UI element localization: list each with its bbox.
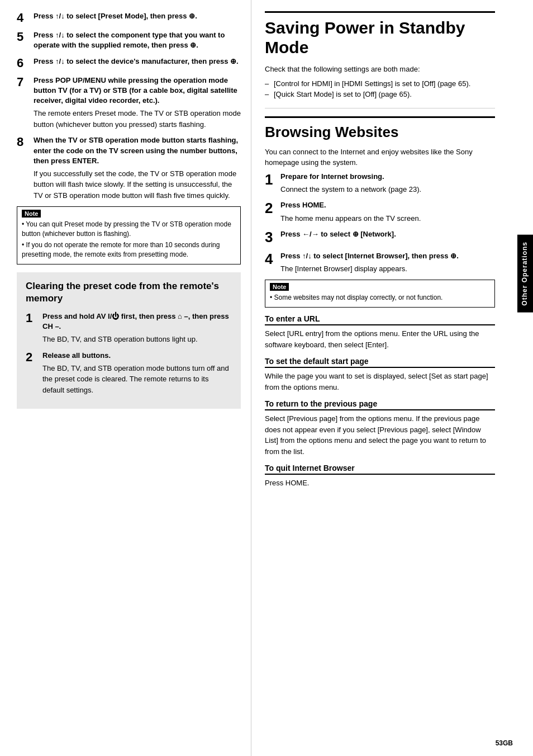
browsing-step-content-4: Press ↑/↓ to select [Internet Browser], … [280, 251, 495, 275]
clearing-step-body-2: The BD, TV, and STB operation mode butto… [42, 363, 232, 396]
saving-power-divider [265, 11, 495, 13]
browsing-step-text-4: Press ↑/↓ to select [Internet Browser], … [280, 251, 495, 261]
sub-body-url: Select [URL entry] from the options menu… [265, 328, 495, 350]
step-num-5: 5 [17, 30, 34, 44]
note-box-right: Note Some websites may not display corre… [265, 280, 495, 308]
browsing-section: Browsing Websites You can connect to the… [265, 116, 495, 489]
sub-body-default: While the page you want to set is displa… [265, 371, 495, 393]
browsing-divider [265, 116, 495, 118]
sub-section-previous: To return to the previous page Select [P… [265, 399, 495, 457]
step-text-6: Press ↑/↓ to select the device's manufac… [34, 56, 241, 67]
saving-power-bullets: [Control for HDMI] in [HDMI Settings] is… [265, 78, 495, 100]
clearing-step-body-1: The BD, TV, and STB operation buttons li… [42, 334, 232, 345]
step-num-6: 6 [17, 56, 34, 70]
step-num-4: 4 [17, 11, 34, 25]
sub-body-quit: Press HOME. [265, 478, 495, 489]
step-content-6: Press ↑/↓ to select the device's manufac… [34, 56, 241, 67]
sub-heading-quit: To quit Internet Browser [265, 464, 495, 475]
browsing-step-num-4: 4 [265, 251, 280, 267]
note-item-1: You can quit Preset mode by pressing the… [22, 220, 236, 239]
sub-heading-url: To enter a URL [265, 314, 495, 325]
section-divider [265, 108, 495, 108]
step-4: 4 Press ↑/↓ to select [Preset Mode], the… [17, 11, 241, 25]
browsing-intro: You can connect to the Internet and enjo… [265, 147, 495, 168]
saving-power-bullet-2: [Quick Start Mode] is set to [Off] (page… [265, 89, 495, 100]
right-column: Saving Power in Standby Mode Check that … [251, 0, 517, 756]
step-8: 8 When the TV or STB operation mode butt… [17, 135, 241, 201]
step-5: 5 Press ↑/↓ to select the component type… [17, 30, 241, 50]
left-column: 4 Press ↑/↓ to select [Preset Mode], the… [0, 0, 251, 756]
browsing-step-text-2: Press HOME. [280, 200, 495, 210]
note-list-right: Some websites may not display correctly,… [270, 293, 490, 303]
step-content-5: Press ↑/↓ to select the component type t… [34, 30, 241, 50]
step-body-7: The remote enters Preset mode. The TV or… [34, 108, 241, 130]
browsing-step-num-3: 3 [265, 229, 280, 245]
saving-power-intro: Check that the following settings are bo… [265, 64, 495, 75]
step-text-8: When the TV or STB operation mode button… [34, 135, 241, 166]
browsing-step-1: 1 Prepare for Internet browsing. Connect… [265, 172, 495, 195]
saving-power-title: Saving Power in Standby Mode [265, 18, 495, 57]
step-content-7: Press POP UP/MENU while pressing the ope… [34, 75, 241, 130]
browsing-step-3: 3 Press ←/→ to select ⊕ [Network]. [265, 229, 495, 245]
sub-heading-default: To set the default start page [265, 357, 495, 368]
clearing-step-num-1: 1 [26, 311, 42, 325]
step-text-4: Press ↑/↓ to select [Preset Mode], then … [34, 11, 241, 21]
browsing-step-content-1: Prepare for Internet browsing. Connect t… [280, 172, 495, 195]
browsing-step-body-4: The [Internet Browser] display appears. [280, 263, 495, 275]
browsing-step-num-2: 2 [265, 200, 280, 216]
page-number: 53GB [496, 739, 513, 747]
step-content-4: Press ↑/↓ to select [Preset Mode], then … [34, 11, 241, 21]
browsing-title: Browsing Websites [265, 124, 495, 141]
clearing-step-content-2: Release all buttons. The BD, TV, and STB… [42, 351, 232, 396]
step-6: 6 Press ↑/↓ to select the device's manuf… [17, 56, 241, 70]
browsing-step-text-3: Press ←/→ to select ⊕ [Network]. [280, 229, 495, 239]
sub-section-quit: To quit Internet Browser Press HOME. [265, 464, 495, 489]
clearing-step-2: 2 Release all buttons. The BD, TV, and S… [26, 351, 232, 396]
browsing-step-content-3: Press ←/→ to select ⊕ [Network]. [280, 229, 495, 239]
sub-section-url: To enter a URL Select [URL entry] from t… [265, 314, 495, 350]
step-num-7: 7 [17, 75, 34, 89]
step-content-8: When the TV or STB operation mode button… [34, 135, 241, 201]
note-label-right: Note [270, 283, 289, 291]
saving-power-section: Saving Power in Standby Mode Check that … [265, 11, 495, 100]
sub-section-default: To set the default start page While the … [265, 357, 495, 393]
saving-power-bullet-1: [Control for HDMI] in [HDMI Settings] is… [265, 78, 495, 89]
note-list-left: You can quit Preset mode by pressing the… [22, 220, 236, 259]
note-label-left: Note [22, 210, 41, 218]
browsing-step-2: 2 Press HOME. The home menu appears on t… [265, 200, 495, 224]
step-num-8: 8 [17, 135, 34, 149]
step-body-8: If you successfully set the code, the TV… [34, 168, 241, 201]
browsing-step-4: 4 Press ↑/↓ to select [Internet Browser]… [265, 251, 495, 275]
step-7: 7 Press POP UP/MENU while pressing the o… [17, 75, 241, 130]
sub-body-previous: Select [Previous page] from the options … [265, 413, 495, 457]
browsing-step-num-1: 1 [265, 172, 280, 188]
clearing-step-num-2: 2 [26, 351, 42, 364]
step-text-7: Press POP UP/MENU while pressing the ope… [34, 75, 241, 106]
browsing-step-body-2: The home menu appears on the TV screen. [280, 213, 495, 224]
clearing-step-1: 1 Press and hold AV I/⏻ first, then pres… [26, 311, 232, 345]
note-item-2: If you do not operate the remote for mor… [22, 240, 236, 259]
browsing-step-text-1: Prepare for Internet browsing. [280, 172, 495, 182]
browsing-step-content-2: Press HOME. The home menu appears on the… [280, 200, 495, 224]
clearing-step-text-1: Press and hold AV I/⏻ first, then press … [42, 311, 232, 332]
sub-heading-previous: To return to the previous page [265, 399, 495, 410]
clearing-step-text-2: Release all buttons. [42, 351, 232, 361]
step-text-5: Press ↑/↓ to select the component type t… [34, 30, 241, 50]
note-box-left: Note You can quit Preset mode by pressin… [17, 206, 241, 264]
browsing-step-body-1: Connect the system to a network (page 23… [280, 184, 495, 195]
clearing-box-title: Clearing the preset code from the remote… [26, 280, 232, 305]
browsing-note-item-1: Some websites may not display correctly,… [270, 293, 490, 303]
clearing-box: Clearing the preset code from the remote… [17, 272, 241, 409]
side-tab: Other Operations [517, 235, 533, 313]
clearing-step-content-1: Press and hold AV I/⏻ first, then press … [42, 311, 232, 345]
